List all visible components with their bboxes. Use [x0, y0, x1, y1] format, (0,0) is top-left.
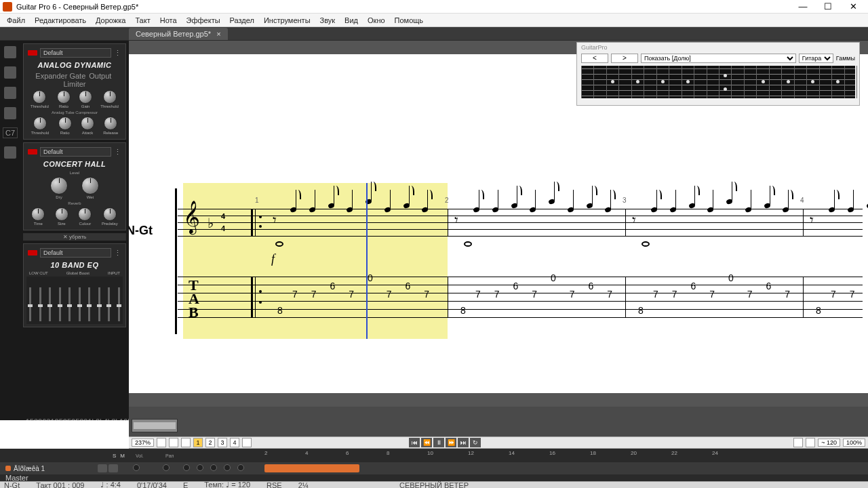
fx-power-icon[interactable]: [28, 149, 37, 155]
fret-show-select[interactable]: Показать [Долю]: [641, 54, 796, 63]
fx-power-icon[interactable]: [28, 250, 37, 256]
close-button[interactable]: ✕: [841, 1, 865, 13]
mixer-header: S M Vol. Pan 2 4 6 8 10 12 14 16 18 20 2…: [0, 449, 868, 462]
track-row[interactable]: Äîðîæêà 1: [0, 462, 868, 474]
fx-preset-select[interactable]: Default: [40, 48, 111, 58]
menu-help[interactable]: Помощь: [392, 15, 427, 26]
system-bracket: [175, 188, 177, 334]
view-icon[interactable]: [157, 438, 166, 447]
menu-file[interactable]: Файл: [4, 15, 28, 26]
page-last-icon[interactable]: [242, 438, 252, 447]
fret-instrument-select[interactable]: Гитара: [799, 54, 833, 63]
layout-icon[interactable]: [169, 438, 178, 447]
guitar-tool-icon[interactable]: [4, 66, 16, 79]
menu-section[interactable]: Раздел: [227, 15, 257, 26]
fx-remove-button[interactable]: ✕ убрать: [23, 233, 126, 241]
menu-edit[interactable]: Редактировать: [32, 15, 89, 26]
zoom-select[interactable]: 237%: [132, 439, 154, 447]
fx-concert-hall: Default ⋮ CONCERT HALL Level Dry Wet Rev…: [23, 142, 126, 230]
track-region[interactable]: [264, 464, 359, 472]
metronome-icon[interactable]: [793, 438, 803, 447]
knob-gain[interactable]: Gain: [79, 90, 92, 108]
countdown-icon[interactable]: [806, 438, 815, 447]
fret-next-button[interactable]: >: [611, 54, 638, 63]
chord-tool-icon[interactable]: C7: [3, 127, 18, 138]
fx-power-icon[interactable]: [28, 50, 37, 56]
maximize-button[interactable]: ☐: [816, 1, 840, 13]
minimize-button[interactable]: —: [791, 1, 815, 13]
fx-knob[interactable]: [197, 464, 203, 471]
page-2[interactable]: 2: [205, 438, 215, 447]
menu-view[interactable]: Вид: [342, 15, 361, 26]
fx-menu-icon[interactable]: ⋮: [114, 49, 121, 58]
playback-cursor: [366, 183, 368, 339]
fx-knob[interactable]: [183, 464, 190, 471]
loop-button[interactable]: ↻: [470, 438, 481, 447]
page-first-icon[interactable]: [181, 438, 191, 447]
menu-window[interactable]: Окно: [365, 15, 388, 26]
effects-panel: Default ⋮ ANALOG DYNAMIC Expander Gate O…: [20, 41, 129, 420]
knob-time[interactable]: Time: [31, 207, 45, 226]
menu-track[interactable]: Дорожка: [93, 15, 128, 26]
knob-comp-threshold[interactable]: Threshold: [31, 117, 50, 135]
knob-threshold[interactable]: Threshold: [31, 90, 49, 108]
knob-release[interactable]: Release: [103, 117, 118, 135]
eq-graph[interactable]: [26, 277, 123, 324]
knob-attack[interactable]: Attack: [81, 117, 94, 135]
forward-button[interactable]: ⏩: [446, 438, 456, 447]
master-row[interactable]: Master: [0, 474, 868, 481]
mute-button[interactable]: [108, 464, 118, 472]
pause-button[interactable]: ⏸: [433, 438, 444, 447]
rewind-button[interactable]: ⏪: [421, 438, 432, 447]
timeline-ruler[interactable]: Vol. Pan 2 4 6 8 10 12 14 16 18 20 22 24: [129, 449, 868, 462]
menu-tools[interactable]: Инструменты: [261, 15, 313, 26]
app-icon: [3, 2, 12, 12]
knob-wet[interactable]: Wet: [81, 177, 99, 199]
note-tool-icon[interactable]: [4, 46, 16, 58]
controls-bar: 237% 1 2 3 4 ⏮ ⏪ ⏸ ⏩ ⏭ ↻ ~ 120 100%: [129, 436, 868, 449]
arrangement-strip[interactable]: [129, 407, 868, 436]
fx-menu-icon[interactable]: ⋮: [114, 148, 121, 157]
fx-preset-select[interactable]: Default: [40, 147, 111, 157]
zoom2-value[interactable]: 100%: [843, 439, 865, 447]
fx-preset-select[interactable]: Default: [40, 248, 111, 258]
status-sig: ♩ : 4:4: [100, 481, 120, 488]
document-tab[interactable]: Северный Ветер.gp5* ×: [129, 28, 228, 40]
page-3[interactable]: 3: [218, 438, 227, 447]
fx-knob[interactable]: [237, 464, 244, 471]
fx-knob[interactable]: [210, 464, 217, 471]
pan-knob[interactable]: [163, 464, 170, 471]
fret-scales-link[interactable]: Гаммы: [836, 55, 855, 62]
go-start-button[interactable]: ⏮: [409, 438, 420, 447]
status-time: 0'17/0'34: [137, 481, 167, 489]
knob-colour[interactable]: Colour: [78, 207, 92, 226]
tab-close-icon[interactable]: ×: [216, 30, 220, 38]
fx-menu-icon[interactable]: ⋮: [114, 249, 121, 258]
knob-size[interactable]: Size: [55, 207, 68, 226]
fret-prev-button[interactable]: <: [581, 54, 608, 63]
piano-tool-icon[interactable]: [4, 87, 16, 99]
knob-threshold2[interactable]: Threshold: [100, 90, 119, 108]
drums-tool-icon[interactable]: [4, 107, 16, 119]
title-bar: Guitar Pro 6 - Северный Ветер.gp5* — ☐ ✕: [0, 0, 868, 14]
fretboard[interactable]: [581, 66, 855, 98]
treble-clef: 𝄞: [183, 201, 200, 233]
arrangement-clip[interactable]: [132, 419, 178, 432]
page-4[interactable]: 4: [230, 438, 239, 447]
knob-predelay[interactable]: Predelay: [102, 207, 118, 226]
track-name[interactable]: Äîðîæêà 1: [0, 465, 95, 472]
menu-effects[interactable]: Эффекты: [184, 15, 223, 26]
solo-button[interactable]: [98, 464, 107, 472]
menu-note[interactable]: Нота: [157, 15, 180, 26]
menu-bar-m[interactable]: Такт: [132, 15, 153, 26]
menu-sound[interactable]: Звук: [317, 15, 338, 26]
knob-comp-ratio[interactable]: Ratio: [58, 117, 72, 135]
mic-tool-icon[interactable]: [4, 146, 16, 159]
fx-knob[interactable]: [224, 464, 231, 471]
knob-ratio[interactable]: Ratio: [57, 90, 71, 108]
knob-dry[interactable]: Dry: [50, 177, 68, 199]
go-end-button[interactable]: ⏭: [458, 438, 469, 447]
vol-knob[interactable]: [133, 464, 140, 471]
page-1[interactable]: 1: [193, 438, 203, 447]
tempo-value[interactable]: ~ 120: [818, 439, 840, 447]
